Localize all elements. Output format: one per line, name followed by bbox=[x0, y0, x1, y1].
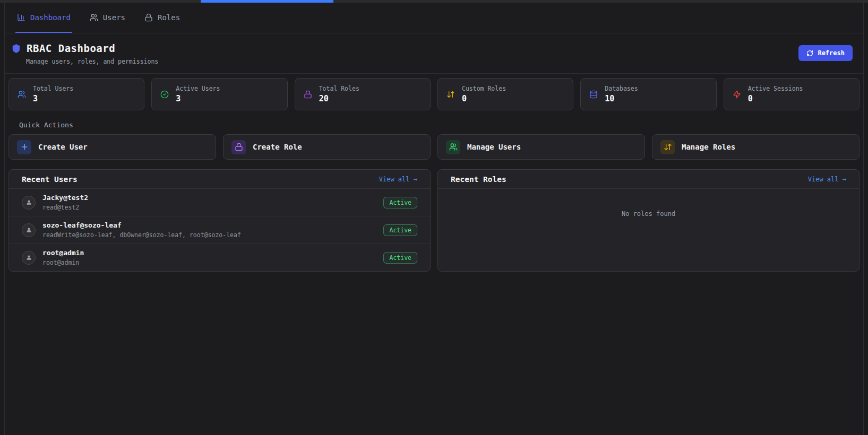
stat-value: 20 bbox=[319, 94, 359, 103]
database-icon bbox=[589, 90, 598, 99]
app-frame: Dashboard Users Roles RBAC Dashboard Man… bbox=[4, 3, 864, 435]
manage-roles-button[interactable]: Manage Roles bbox=[652, 134, 860, 160]
stat-label: Active Sessions bbox=[748, 85, 803, 92]
manage-users-button[interactable]: Manage Users bbox=[437, 134, 645, 160]
user-avatar-icon bbox=[25, 254, 32, 261]
avatar bbox=[22, 251, 36, 265]
arrows-up-down-icon bbox=[446, 90, 455, 99]
refresh-icon bbox=[806, 50, 813, 57]
panel-title: Recent Roles bbox=[451, 175, 506, 184]
user-name: root@admin bbox=[42, 249, 84, 257]
empty-roles-message: No roles found bbox=[438, 189, 859, 239]
refresh-button[interactable]: Refresh bbox=[798, 45, 853, 61]
page-header: RBAC Dashboard Manage users, roles, and … bbox=[5, 33, 863, 74]
user-roles: root@admin bbox=[42, 259, 84, 266]
stat-label: Total Users bbox=[33, 85, 73, 92]
stats-row: Total Users 3 Active Users 3 Total Roles… bbox=[5, 74, 863, 110]
stat-card-total-users: Total Users 3 bbox=[8, 78, 144, 110]
check-circle-icon bbox=[160, 90, 169, 99]
stat-value: 0 bbox=[748, 94, 803, 103]
user-name: sozo-leaf@sozo-leaf bbox=[42, 221, 241, 229]
users-icon bbox=[90, 13, 98, 22]
browser-top-strip bbox=[0, 0, 868, 3]
tab-label: Roles bbox=[158, 13, 180, 22]
lock-icon bbox=[144, 13, 153, 22]
stat-card-databases: Databases 10 bbox=[580, 78, 716, 110]
quick-actions-heading: Quick Actions bbox=[19, 121, 863, 129]
status-badge: Active bbox=[383, 252, 417, 264]
browser-active-tab-indicator bbox=[201, 0, 333, 3]
user-avatar-icon bbox=[25, 227, 32, 233]
stat-label: Active Users bbox=[176, 85, 220, 92]
tab-roles[interactable]: Roles bbox=[143, 3, 182, 33]
stat-card-active-users: Active Users 3 bbox=[151, 78, 287, 110]
tab-label: Users bbox=[103, 13, 125, 22]
avatar bbox=[22, 196, 36, 210]
action-label: Create User bbox=[38, 143, 88, 151]
panel-title: Recent Users bbox=[22, 175, 78, 184]
recent-users-panel: Recent Users View all → Jacky@test2 read… bbox=[8, 169, 431, 272]
plus-icon bbox=[17, 140, 31, 154]
user-roles: readWrite@sozo-leaf, dbOwner@sozo-leaf, … bbox=[42, 231, 241, 239]
page-subtitle: Manage users, roles, and permissions bbox=[26, 58, 158, 65]
zap-icon bbox=[733, 90, 741, 99]
panels-row: Recent Users View all → Jacky@test2 read… bbox=[5, 169, 863, 272]
lock-icon bbox=[304, 90, 312, 99]
user-row[interactable]: Jacky@test2 read@test2 Active bbox=[9, 189, 430, 216]
user-avatar-icon bbox=[25, 199, 32, 206]
tab-label: Dashboard bbox=[30, 13, 71, 22]
view-all-roles-link[interactable]: View all → bbox=[808, 176, 846, 183]
tab-dashboard[interactable]: Dashboard bbox=[15, 3, 72, 33]
shield-icon bbox=[11, 44, 21, 54]
stat-value: 3 bbox=[33, 94, 73, 103]
tab-users[interactable]: Users bbox=[88, 3, 127, 33]
stat-card-custom-roles: Custom Roles 0 bbox=[437, 78, 573, 110]
stat-label: Total Roles bbox=[319, 85, 359, 92]
users-icon bbox=[446, 140, 460, 154]
stat-label: Databases bbox=[605, 85, 638, 92]
user-name: Jacky@test2 bbox=[42, 194, 88, 202]
users-icon bbox=[18, 90, 26, 99]
stat-value: 0 bbox=[462, 94, 506, 103]
arrows-up-down-icon bbox=[660, 140, 675, 154]
stat-card-total-roles: Total Roles 20 bbox=[295, 78, 431, 110]
stat-label: Custom Roles bbox=[462, 85, 506, 92]
stat-value: 10 bbox=[605, 94, 638, 103]
recent-roles-panel: Recent Roles View all → No roles found bbox=[437, 169, 860, 272]
create-user-button[interactable]: Create User bbox=[8, 134, 216, 160]
create-role-button[interactable]: Create Role bbox=[223, 134, 431, 160]
avatar bbox=[22, 223, 36, 237]
stat-card-active-sessions: Active Sessions 0 bbox=[724, 78, 860, 110]
bar-chart-icon bbox=[17, 13, 25, 22]
action-label: Manage Roles bbox=[682, 143, 735, 151]
page-title: RBAC Dashboard bbox=[27, 42, 115, 54]
user-row[interactable]: root@admin root@admin Active bbox=[9, 243, 430, 271]
view-all-users-link[interactable]: View all → bbox=[379, 176, 417, 183]
user-roles: read@test2 bbox=[42, 204, 88, 211]
refresh-button-label: Refresh bbox=[818, 49, 845, 57]
stat-value: 3 bbox=[176, 94, 220, 103]
action-label: Manage Users bbox=[467, 143, 521, 151]
status-badge: Active bbox=[383, 197, 417, 208]
lock-icon bbox=[231, 140, 246, 154]
status-badge: Active bbox=[383, 224, 417, 236]
main-nav: Dashboard Users Roles bbox=[5, 3, 863, 33]
user-row[interactable]: sozo-leaf@sozo-leaf readWrite@sozo-leaf,… bbox=[9, 216, 430, 243]
quick-actions-row: Create User Create Role Manage Users Man… bbox=[5, 134, 863, 160]
action-label: Create Role bbox=[253, 143, 302, 151]
